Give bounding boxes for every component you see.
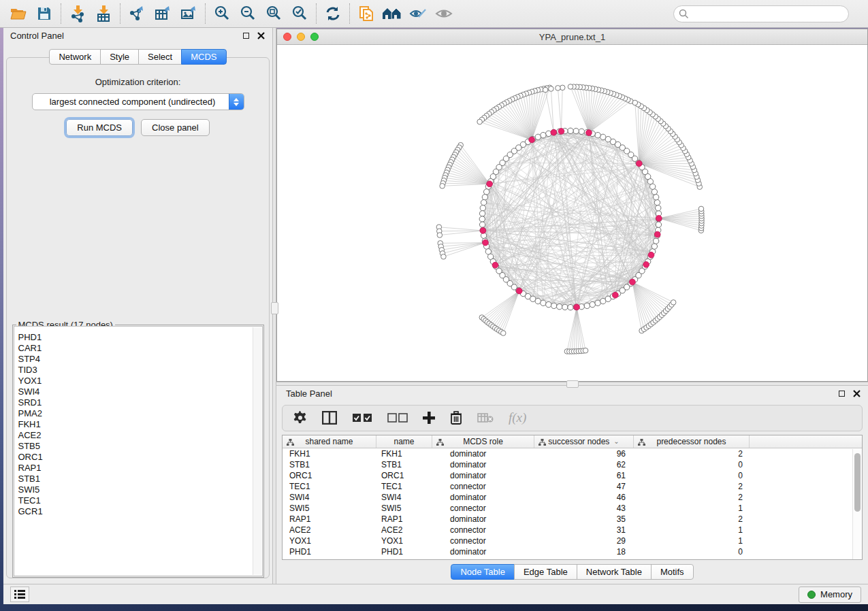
column-header-MCDS-role[interactable]: MCDS role xyxy=(432,435,534,448)
search-input[interactable] xyxy=(673,5,849,22)
table-row[interactable]: TEC1TEC1connector472 xyxy=(283,481,862,492)
export-image-icon xyxy=(180,5,197,22)
vertical-split-divider[interactable] xyxy=(272,28,276,584)
result-list-item[interactable]: SWI4 xyxy=(18,386,262,397)
table-cell: 18 xyxy=(534,547,634,557)
zoom-fit-button[interactable] xyxy=(261,2,287,25)
result-list-item[interactable]: RAP1 xyxy=(18,463,262,474)
table-row[interactable]: STB1STB1dominator620 xyxy=(283,459,862,470)
task-history-button[interactable] xyxy=(10,587,29,602)
result-list-item[interactable]: PHD1 xyxy=(18,332,262,343)
table-row[interactable]: RAP1RAP1dominator352 xyxy=(283,514,862,525)
export-network-button[interactable] xyxy=(124,2,150,25)
column-header-name[interactable]: name xyxy=(376,435,432,448)
run-mcds-button[interactable]: Run MCDS xyxy=(66,119,133,136)
result-list-item[interactable]: CAR1 xyxy=(18,343,262,354)
network-window-titlebar[interactable]: YPA_prune.txt_1 xyxy=(277,29,867,45)
table-row[interactable]: SWI4SWI4dominator462 xyxy=(283,492,862,503)
table-row[interactable]: PHD1PHD1dominator180 xyxy=(283,546,862,557)
vertical-split-grip[interactable] xyxy=(271,302,278,314)
table-cell: 2 xyxy=(634,514,750,524)
toolbar-separator xyxy=(61,3,61,24)
import-table-button[interactable] xyxy=(91,2,116,25)
main-toolbar xyxy=(0,0,868,28)
table-cell: dominator xyxy=(432,493,534,502)
result-list-item[interactable]: ACE2 xyxy=(18,430,262,441)
deselect-all-checkboxes-icon[interactable] xyxy=(387,413,408,423)
result-list-item[interactable]: TEC1 xyxy=(18,495,262,506)
export-image-button[interactable] xyxy=(176,2,202,25)
result-list-item[interactable]: YOX1 xyxy=(18,376,262,386)
close-panel-button[interactable]: Close panel xyxy=(141,119,210,136)
result-list-item[interactable]: ORC1 xyxy=(18,452,262,463)
hide-panels-button[interactable] xyxy=(431,2,457,25)
result-list-scrollbar[interactable] xyxy=(253,327,261,575)
tab-network[interactable]: Network xyxy=(49,49,101,65)
table-scrollbar[interactable] xyxy=(852,449,862,559)
zoom-in-button[interactable] xyxy=(209,2,235,25)
table-cell: 35 xyxy=(534,514,634,524)
table-row[interactable]: FKH1FKH1dominator962 xyxy=(283,448,862,459)
delete-column-icon[interactable] xyxy=(450,411,462,425)
maximize-window-icon[interactable] xyxy=(310,33,319,41)
result-list-item[interactable]: STP4 xyxy=(18,354,262,365)
zoom-out-button[interactable] xyxy=(235,2,261,25)
houses-icon xyxy=(382,6,402,21)
toggle-graphics-details-button[interactable] xyxy=(405,2,431,25)
table-cell: ORC1 xyxy=(376,471,432,480)
result-list-item[interactable]: SWI5 xyxy=(18,484,262,495)
table-row[interactable]: YOX1YOX1connector291 xyxy=(283,535,862,546)
minimize-window-icon[interactable] xyxy=(297,33,305,41)
tab-style[interactable]: Style xyxy=(100,49,139,65)
show-column-panel-icon[interactable] xyxy=(322,411,337,425)
table-row[interactable]: SWI5SWI5connector431 xyxy=(283,503,862,514)
close-table-panel-icon[interactable] xyxy=(852,389,861,398)
result-list-item[interactable]: GCR1 xyxy=(18,506,262,517)
open-file-button[interactable] xyxy=(5,2,31,25)
save-session-button[interactable] xyxy=(31,2,57,25)
table-scrollbar-thumb[interactable] xyxy=(854,453,861,512)
result-list-item[interactable]: TID3 xyxy=(18,365,262,376)
toolbar-separator xyxy=(316,3,317,24)
tab-network-table[interactable]: Network Table xyxy=(577,564,652,580)
result-list-item[interactable]: FKH1 xyxy=(18,419,262,430)
result-list-item[interactable]: STB1 xyxy=(18,474,262,484)
table-cell: dominator xyxy=(432,471,534,480)
memory-button[interactable]: Memory xyxy=(799,587,861,603)
result-list-item[interactable]: PMA2 xyxy=(18,408,262,419)
column-header-successor-nodes[interactable]: successor nodes⌄ xyxy=(534,435,634,448)
import-network-button[interactable] xyxy=(65,2,91,25)
select-all-checkboxes-icon[interactable] xyxy=(352,413,372,423)
horizontal-split-grip[interactable] xyxy=(566,380,579,388)
criterion-dropdown[interactable]: largest connected component (undirected) xyxy=(32,93,244,110)
status-bar: Memory xyxy=(3,584,868,604)
horizontal-split-divider[interactable] xyxy=(276,382,868,386)
mcds-result-list[interactable]: PHD1CAR1STP4TID3YOX1SWI4SRD1PMA2FKH1ACE2… xyxy=(14,326,263,576)
clone-network-button[interactable] xyxy=(353,2,379,25)
close-panel-icon[interactable] xyxy=(257,31,266,40)
tab-select[interactable]: Select xyxy=(138,49,182,65)
column-header-predecessor-nodes[interactable]: predecessor nodes xyxy=(634,435,750,448)
network-view-canvas[interactable] xyxy=(277,45,867,381)
result-list-item[interactable]: STB5 xyxy=(18,441,262,452)
add-column-icon[interactable] xyxy=(423,412,435,424)
close-window-icon[interactable] xyxy=(283,33,291,41)
main-area: Control Panel NetworkStyleSelectMCDS Opt… xyxy=(3,28,868,584)
table-settings-gear-icon[interactable] xyxy=(293,411,307,425)
tab-node-table[interactable]: Node Table xyxy=(451,564,515,580)
apply-layout-button[interactable] xyxy=(320,2,346,25)
show-all-networks-button[interactable] xyxy=(379,2,405,25)
tab-motifs[interactable]: Motifs xyxy=(651,564,694,580)
column-header-shared-name[interactable]: shared name xyxy=(283,435,376,448)
zoom-selected-button[interactable] xyxy=(287,2,312,25)
tab-mcds[interactable]: MCDS xyxy=(181,49,226,65)
tab-edge-table[interactable]: Edge Table xyxy=(514,564,577,580)
node-table: shared namenameMCDS rolesuccessor nodes⌄… xyxy=(282,435,863,560)
node-table-header: shared namenameMCDS rolesuccessor nodes⌄… xyxy=(283,435,862,448)
table-row[interactable]: ACE2ACE2connector311 xyxy=(283,525,862,535)
table-row[interactable]: ORC1ORC1dominator610 xyxy=(283,470,862,481)
result-list-item[interactable]: SRD1 xyxy=(18,397,262,408)
float-panel-icon[interactable] xyxy=(242,31,251,40)
export-table-button[interactable] xyxy=(150,2,176,25)
float-table-panel-icon[interactable] xyxy=(837,389,846,398)
